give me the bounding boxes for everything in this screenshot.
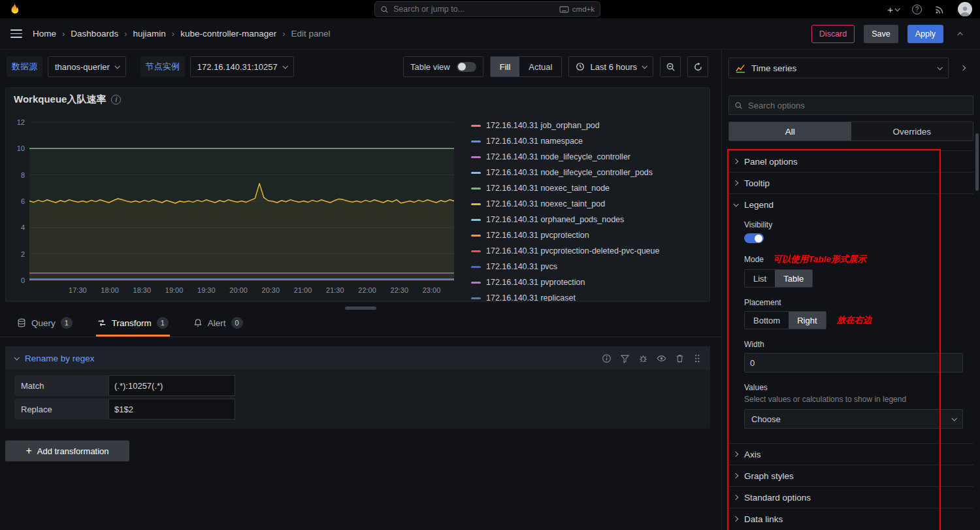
options-search[interactable] [728, 95, 973, 115]
trash-icon[interactable] [675, 354, 685, 363]
transform-info-icon[interactable] [602, 354, 612, 363]
legend-item[interactable]: 172.16.140.31 orphaned_pods_nodes [471, 215, 702, 224]
discard-button[interactable]: Discard [811, 25, 855, 43]
news-broadcast-icon[interactable] [935, 5, 945, 14]
options-tab-all[interactable]: All [729, 122, 851, 141]
table-view-toggle[interactable] [457, 62, 476, 72]
legend-item[interactable]: 172.16.140.31 node_lifecycle_controller [471, 152, 702, 161]
legend-item[interactable]: 172.16.140.31 namespace [471, 137, 702, 146]
legend-placement-bottom-button[interactable]: Bottom [745, 312, 789, 329]
user-avatar[interactable] [958, 2, 972, 16]
legend-item[interactable]: 172.16.140.31 pvprotection [471, 278, 702, 287]
replace-field-label: Replace [14, 399, 108, 420]
legend-width-input[interactable] [744, 353, 963, 373]
chevron-down-icon[interactable] [14, 355, 19, 360]
svg-text:17:30: 17:30 [69, 286, 87, 294]
legend-item[interactable]: 172.16.140.31 node_lifecycle_controller_… [471, 168, 702, 177]
timeseries-panel: Workqueue入队速率 i 02468101217:3018:0018:30… [5, 88, 710, 302]
transform-row-header[interactable]: Rename by regex [5, 346, 710, 370]
pane-resize-handle[interactable] [345, 306, 376, 310]
legend-values-select[interactable]: Choose [744, 409, 963, 429]
visibility-label: Visibility [744, 220, 963, 229]
legend-item[interactable]: 172.16.140.31 job_orphan_pod [471, 121, 702, 130]
menu-toggle-icon[interactable] [10, 29, 22, 37]
filter-funnel-icon[interactable] [620, 354, 630, 363]
apply-button[interactable]: Apply [907, 25, 943, 43]
drag-grip-icon[interactable] [693, 354, 701, 363]
tab-query-label: Query [31, 318, 56, 328]
section-standard-options[interactable]: Standard options [728, 486, 973, 508]
zoom-out-button[interactable] [660, 56, 681, 77]
replace-field-input[interactable] [108, 399, 235, 420]
legend-placement-right-button[interactable]: Right [789, 312, 825, 329]
panel-info-icon[interactable]: i [111, 95, 121, 105]
search-icon [380, 5, 389, 14]
section-legend[interactable]: Legend [728, 193, 973, 215]
legend-item[interactable]: 172.16.140.31 pvcs [471, 262, 702, 271]
legend-visibility-toggle[interactable] [744, 233, 764, 243]
help-icon[interactable]: ? [912, 5, 922, 14]
fill-button[interactable]: Fill [491, 57, 520, 76]
legend-item[interactable]: 172.16.140.31 noexec_taint_pod [471, 199, 702, 208]
visualization-picker[interactable]: Time series [728, 58, 949, 78]
breadcrumb-dashboards[interactable]: Dashboards [71, 29, 118, 39]
global-search-input[interactable] [393, 5, 555, 14]
tab-transform[interactable]: Transform 1 [96, 317, 170, 337]
visualization-picker-value: Time series [751, 63, 796, 73]
legend-mode-table-button[interactable]: Table [775, 270, 812, 287]
svg-text:21:30: 21:30 [326, 286, 344, 294]
grafana-logo[interactable] [8, 3, 21, 16]
refresh-button[interactable] [687, 56, 708, 77]
eye-icon[interactable] [657, 354, 666, 363]
tab-alert[interactable]: Alert 0 [192, 317, 244, 337]
toggle-knob [458, 63, 466, 71]
chart-area[interactable]: 02468101217:3018:0018:3019:0019:3020:002… [11, 110, 459, 301]
collapse-options-button[interactable] [953, 58, 973, 78]
datasource-variable-select[interactable]: thanos-querier [48, 56, 126, 77]
table-view-label: Table view [410, 62, 450, 72]
editor-tabs: Query 1 Transform 1 Alert 0 [0, 314, 721, 337]
legend-item[interactable]: 172.16.140.31 pvcprotection-deleted-pvc-… [471, 246, 702, 256]
legend-series-swatch [471, 188, 481, 190]
match-field-label: Match [14, 375, 108, 396]
add-transformation-button[interactable]: + Add transformation [5, 440, 129, 461]
legend-item[interactable]: 172.16.140.31 pvcprotection [471, 231, 702, 240]
legend-placement-group: Bottom Right [744, 311, 826, 329]
legend-series-swatch [471, 156, 481, 158]
legend-mode-group: List Table [744, 269, 813, 288]
chevron-right-icon [733, 180, 738, 186]
options-search-input[interactable] [748, 101, 968, 110]
legend-mode-list-button[interactable]: List [745, 270, 775, 287]
scrollbar-thumb[interactable] [975, 133, 979, 191]
legend-series-label: 172.16.140.31 pvcprotection-deleted-pvc-… [486, 246, 659, 256]
options-tab-overrides[interactable]: Overrides [851, 122, 973, 141]
section-label: Standard options [744, 493, 811, 503]
clock-icon [576, 62, 585, 71]
actual-button[interactable]: Actual [519, 57, 561, 76]
section-graph-styles[interactable]: Graph styles [728, 465, 973, 486]
section-axis[interactable]: Axis [728, 443, 973, 465]
collapse-header-button[interactable] [953, 25, 970, 42]
section-data-links[interactable]: Data links [728, 508, 973, 529]
breadcrumb-folder[interactable]: hujiamin [133, 29, 166, 39]
bell-icon [193, 318, 203, 327]
legend-series-swatch [471, 282, 481, 284]
transform-name[interactable]: Rename by regex [25, 354, 95, 363]
section-panel-options[interactable]: Panel options [728, 150, 973, 172]
breadcrumb-home[interactable]: Home [33, 29, 56, 39]
save-button[interactable]: Save [864, 25, 898, 43]
breadcrumb-dashboard[interactable]: kube-controller-manager [180, 29, 276, 39]
node-variable-select[interactable]: 172.16.140.31:10257 [190, 56, 294, 77]
global-search[interactable]: cmd+k [374, 1, 600, 17]
panel-header[interactable]: Workqueue入队速率 i [6, 88, 710, 110]
section-tooltip[interactable]: Tooltip [728, 172, 973, 193]
width-label: Width [744, 340, 963, 349]
tab-query[interactable]: Query 1 [16, 317, 74, 337]
time-range-picker[interactable]: Last 6 hours [568, 56, 653, 77]
match-field-input[interactable] [108, 375, 235, 396]
svg-text:21:00: 21:00 [294, 286, 312, 294]
new-menu-button[interactable]: + [887, 4, 899, 15]
debug-bug-icon[interactable] [638, 354, 648, 363]
legend-item[interactable]: 172.16.140.31 replicaset [471, 293, 702, 301]
legend-item[interactable]: 172.16.140.31 noexec_taint_node [471, 184, 702, 193]
